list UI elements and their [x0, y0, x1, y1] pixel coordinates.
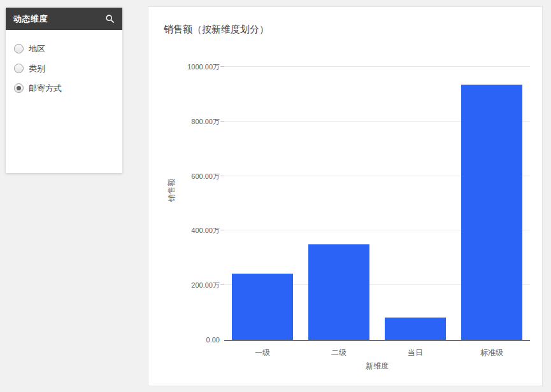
y-tick-label: 0.00: [206, 336, 220, 344]
sidebar-option-1[interactable]: 类别: [14, 59, 115, 78]
y-tick-label: 800.00万: [191, 116, 220, 126]
bar-二级[interactable]: [308, 244, 369, 340]
radio-label: 邮寄方式: [29, 83, 62, 94]
x-axis-line: [224, 340, 530, 341]
panel-title: 动态维度: [13, 13, 104, 25]
chart-card: 销售额（按新维度划分） 销售额 0.00200.00万400.00万600.00…: [148, 6, 543, 386]
magnifier-glyph: [105, 14, 115, 24]
y-axis-tick: [220, 176, 224, 176]
x-tick-label: 一级: [224, 347, 301, 358]
radio-label: 类别: [29, 63, 45, 74]
x-tick-label: 二级: [301, 347, 377, 358]
bar-当日[interactable]: [385, 318, 446, 340]
y-axis-tick: [220, 66, 224, 67]
y-tick-label: 200.00万: [191, 281, 220, 290]
chart-title: 销售额（按新维度划分）: [164, 24, 269, 36]
y-axis-tick: [220, 284, 224, 285]
dimension-options: 地区类别邮寄方式: [6, 30, 122, 98]
x-axis-title: 新维度: [224, 361, 530, 372]
x-tick-label: 当日: [377, 347, 454, 358]
dimension-panel-header: 动态维度: [6, 8, 122, 30]
search-icon[interactable]: [104, 14, 115, 24]
radio-selected-icon[interactable]: [14, 83, 24, 93]
y-tick-label: 1000.00万: [187, 62, 220, 72]
plot-area: 0.00200.00万400.00万600.00万800.00万1000.00万…: [224, 67, 530, 340]
y-tick-label: 600.00万: [191, 171, 220, 181]
radio-icon[interactable]: [14, 64, 24, 73]
dimension-panel: 动态维度 地区类别邮寄方式: [6, 8, 122, 173]
y-axis-tick: [220, 121, 224, 122]
radio-icon[interactable]: [14, 44, 24, 53]
sidebar-option-0[interactable]: 地区: [14, 39, 115, 59]
gridline: [224, 66, 530, 67]
radio-label: 地区: [29, 43, 45, 55]
bar-一级[interactable]: [232, 274, 293, 340]
y-axis-title: 销售额: [166, 179, 177, 202]
bar-标准级[interactable]: [461, 85, 522, 340]
y-tick-label: 400.00万: [191, 226, 220, 235]
sidebar-option-2[interactable]: 邮寄方式: [14, 78, 115, 98]
x-tick-label: 标准级: [454, 347, 530, 358]
y-axis-tick: [220, 230, 224, 230]
